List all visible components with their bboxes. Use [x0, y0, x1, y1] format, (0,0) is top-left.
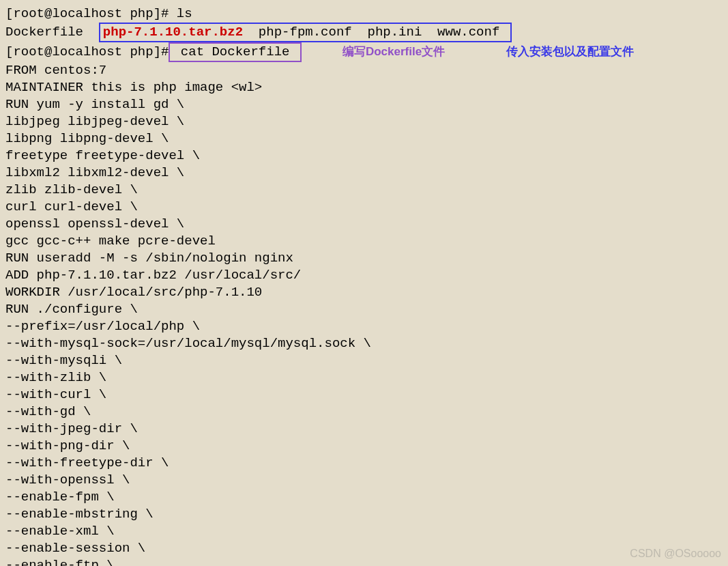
files-highlight-box: php-7.1.10.tar.bz2 php-fpm.conf php.ini … — [99, 23, 512, 42]
line-cat-cmd: [root@localhost php]# cat Dockerfile 编写D… — [5, 42, 723, 62]
prompt: [root@localhost php]# — [5, 44, 169, 59]
annotation-dockerfile: 编写Dockerfile文件 — [343, 45, 445, 58]
dockerfile-line: MAINTAINER this is php image <wl> — [5, 79, 723, 96]
dockerfile-line: --enable-session \ — [5, 540, 723, 557]
dockerfile-line: --with-gd \ — [5, 404, 723, 421]
cat-cmd-box: cat Dockerfile — [169, 42, 301, 62]
dockerfile-line: --with-mysqli \ — [5, 352, 723, 369]
terminal-output: [root@localhost php]# ls Dockerfile php-… — [5, 5, 723, 566]
command-cat: cat Dockerfile — [173, 44, 297, 59]
dockerfile-line: --with-openssl \ — [5, 472, 723, 489]
dockerfile-line: --with-curl \ — [5, 386, 723, 404]
dockerfile-line: FROM centos:7 — [5, 62, 723, 79]
dockerfile-line: libpng libpng-devel \ — [5, 130, 723, 147]
dockerfile-line: libjpeg libjpeg-devel \ — [5, 113, 723, 130]
annotation-config-files: 传入安装包以及配置文件 — [506, 45, 634, 58]
dockerfile-line: curl curl-devel \ — [5, 199, 723, 216]
line-ls-cmd: [root@localhost php]# ls — [5, 5, 723, 23]
dockerfile-line: RUN yum -y install gd \ — [5, 96, 723, 113]
dockerfile-line: --prefix=/usr/local/php \ — [5, 318, 723, 335]
command-ls: ls — [177, 6, 192, 21]
file-php-tar: php-7.1.10.tar.bz2 — [103, 25, 243, 40]
dockerfile-line: openssl openssl-devel \ — [5, 216, 723, 233]
dockerfile-line: --enable-xml \ — [5, 523, 723, 540]
dockerfile-line: --with-jpeg-dir \ — [5, 421, 723, 438]
dockerfile-line: ADD php-7.1.10.tar.bz2 /usr/local/src/ — [5, 267, 723, 284]
file-dockerfile: Dockerfile — [5, 25, 99, 40]
dockerfile-line: --with-freetype-dir \ — [5, 455, 723, 472]
dockerfile-line: WORKDIR /usr/local/src/php-7.1.10 — [5, 284, 723, 301]
dockerfile-line: --enable-mbstring \ — [5, 506, 723, 523]
dockerfile-line: --with-mysql-sock=/usr/local/mysql/mysql… — [5, 335, 723, 352]
dockerfile-line: zlib zlib-devel \ — [5, 182, 723, 199]
line-ls-output: Dockerfile php-7.1.10.tar.bz2 php-fpm.co… — [5, 23, 723, 42]
dockerfile-line: RUN useradd -M -s /sbin/nologin nginx — [5, 250, 723, 267]
prompt: [root@localhost php]# — [5, 6, 177, 21]
watermark: CSDN @OSooooo — [630, 545, 721, 562]
dockerfile-line: libxml2 libxml2-devel \ — [5, 165, 723, 182]
dockerfile-line: freetype freetype-devel \ — [5, 147, 723, 165]
files-conf: php-fpm.conf php.ini www.conf — [243, 25, 508, 40]
dockerfile-line: --with-zlib \ — [5, 369, 723, 386]
dockerfile-line: gcc gcc-c++ make pcre-devel — [5, 233, 723, 250]
dockerfile-line: --enable-fpm \ — [5, 489, 723, 506]
dockerfile-line: --with-png-dir \ — [5, 438, 723, 455]
dockerfile-line: RUN ./configure \ — [5, 301, 723, 318]
dockerfile-line: --enable-ftp \ — [5, 557, 723, 566]
